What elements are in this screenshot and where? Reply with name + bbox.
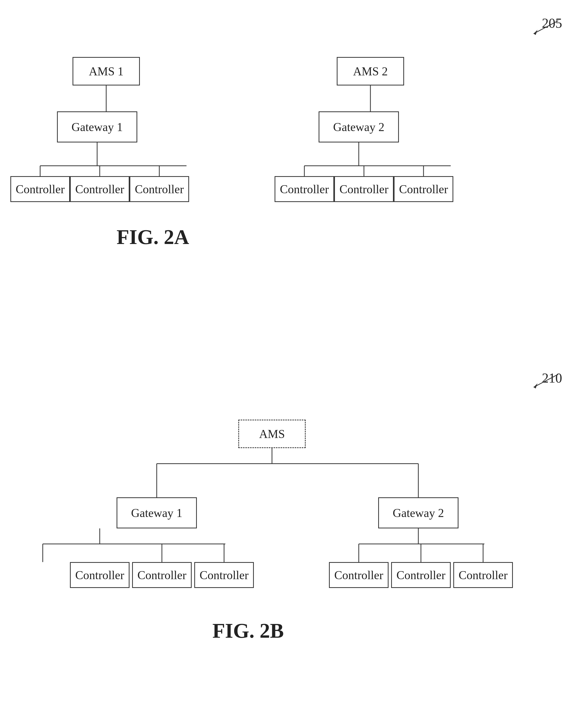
ams2-box: AMS 2 <box>337 57 404 85</box>
gateway1-box: Gateway 1 <box>57 111 137 143</box>
gateway2b-box: Gateway 2 <box>378 497 458 529</box>
controller-5a: Controller <box>334 176 394 202</box>
controller-4a: Controller <box>275 176 334 202</box>
controller-6b: Controller <box>453 562 513 588</box>
controller-3a: Controller <box>130 176 189 202</box>
controller-4b: Controller <box>329 562 389 588</box>
diagram-lines <box>0 0 588 711</box>
controller-1b: Controller <box>70 562 130 588</box>
controller-2a: Controller <box>70 176 130 202</box>
page: 205 210 <box>0 0 588 711</box>
fig-2b-caption: FIG. 2B <box>212 619 284 643</box>
controller-3b: Controller <box>194 562 254 588</box>
ams1-box: AMS 1 <box>72 57 140 85</box>
gateway1b-box: Gateway 1 <box>116 497 197 529</box>
ams-b-box: AMS <box>238 419 306 448</box>
controller-1a: Controller <box>10 176 70 202</box>
controller-2b: Controller <box>132 562 192 588</box>
svg-marker-3 <box>533 383 538 389</box>
fig-2a-caption: FIG. 2A <box>116 225 189 249</box>
gateway2-box: Gateway 2 <box>319 111 399 143</box>
controller-6a: Controller <box>394 176 453 202</box>
ref-210: 210 <box>542 370 562 386</box>
svg-marker-1 <box>533 30 538 35</box>
controller-5b: Controller <box>391 562 451 588</box>
ref-205: 205 <box>542 16 562 31</box>
